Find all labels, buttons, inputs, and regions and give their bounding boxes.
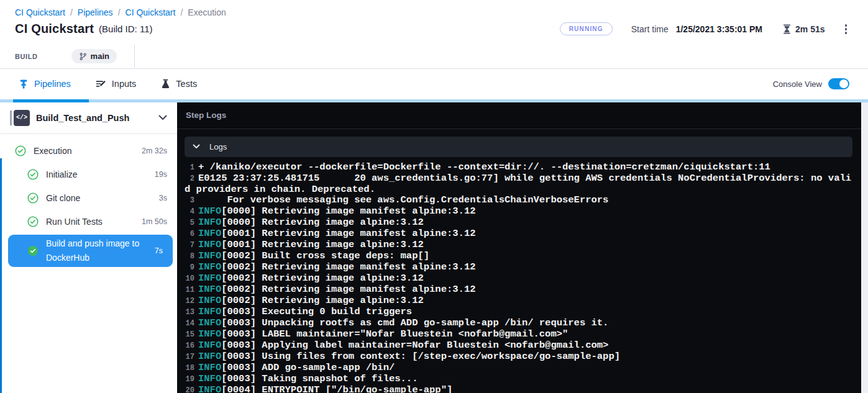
kebab-menu-icon[interactable] xyxy=(841,22,851,37)
logs-section-label: Logs xyxy=(209,142,227,151)
log-line-number: 1 xyxy=(185,163,194,173)
inputs-icon xyxy=(96,79,106,89)
log-line-text: d providers in chain. Deprecated. xyxy=(185,184,375,195)
log-line-number: 3 xyxy=(185,196,194,206)
check-circle-icon xyxy=(27,245,39,256)
log-line-text: INFO[0003] ADD go-sample-app /bin/ xyxy=(198,363,395,373)
step-label: Run Unit Tests xyxy=(46,217,103,227)
log-line-number: 8 xyxy=(185,251,194,262)
log-line-text: INFO[0001] Retrieving image manifest alp… xyxy=(198,228,476,239)
check-circle-icon xyxy=(27,169,39,180)
log-line: 16INFO[0003] Applying label maintainer=N… xyxy=(185,340,852,351)
console-view-toggle[interactable] xyxy=(828,78,849,89)
stage-header[interactable]: </> Build_Test_and_Push xyxy=(0,102,177,134)
build-id: (Build ID: 11) xyxy=(99,24,152,34)
step-logs-title: Step Logs xyxy=(177,102,861,129)
breadcrumb-link[interactable]: CI Quickstart xyxy=(126,7,176,17)
step-row-build-and-push-image-to-dockerhub[interactable]: Build and push image to DockerHub7s xyxy=(8,235,173,267)
log-line-number: 10 xyxy=(185,274,194,284)
build-row: BUILD main xyxy=(15,45,851,68)
step-duration: 1m 50s xyxy=(137,217,167,226)
log-line-text: INFO[0000] Retrieving image manifest alp… xyxy=(198,206,476,217)
log-line-number: 18 xyxy=(185,363,194,374)
breadcrumb-separator: / xyxy=(70,7,73,17)
step-row-initialize[interactable]: Initialize19s xyxy=(0,163,177,186)
check-circle-icon xyxy=(15,145,26,156)
log-line-number: 15 xyxy=(185,330,194,340)
breadcrumb-link: Execution xyxy=(188,7,226,17)
stage-name: Build_Test_and_Push xyxy=(36,113,129,123)
page-scroll-gutter[interactable] xyxy=(861,102,868,393)
step-label: Initialize xyxy=(46,169,78,179)
log-line: 7INFO[0001] Retrieving image alpine:3.12 xyxy=(185,240,852,251)
log-line-text: INFO[0002] Retrieving image alpine:3.12 xyxy=(198,296,424,306)
log-line: 5INFO[0000] Retrieving image alpine:3.12 xyxy=(185,217,852,228)
breadcrumb-separator: / xyxy=(118,7,121,17)
log-line-number: 7 xyxy=(185,240,194,251)
tab-label: Inputs xyxy=(112,79,137,89)
page-title: CI Quickstart xyxy=(15,22,94,36)
log-line-number: 16 xyxy=(185,341,194,351)
log-line-number: 2 xyxy=(185,174,194,184)
duration-text: 2m 51s xyxy=(795,24,825,34)
console-log-body: Logs 1+ /kaniko/executor --dockerfile=Do… xyxy=(177,129,861,393)
start-time-label: Start time xyxy=(631,24,669,34)
code-icon: </> xyxy=(14,110,30,126)
tab-tests[interactable]: Tests xyxy=(161,79,197,89)
git-branch-icon xyxy=(79,52,87,61)
log-line-number: 20 xyxy=(185,386,194,393)
breadcrumb: CI Quickstart/Pipelines/CI Quickstart/Ex… xyxy=(15,7,851,17)
log-line-number: 17 xyxy=(185,352,194,363)
log-line-number: 9 xyxy=(185,263,194,273)
divider xyxy=(134,45,135,68)
step-label: Build and push image to DockerHub xyxy=(46,237,144,264)
log-line: 19INFO[0003] Taking snapshot of files... xyxy=(185,374,852,385)
log-line-text: INFO[0002] Retrieving image manifest alp… xyxy=(198,284,476,295)
log-line: 14INFO[0003] Unpacking rootfs as cmd ADD… xyxy=(185,318,852,329)
log-line: 20INFO[0004] ENTRYPOINT ["/bin/go-sample… xyxy=(185,385,852,393)
chevron-down-icon[interactable] xyxy=(158,115,167,120)
log-line-continuation: d providers in chain. Deprecated. xyxy=(185,184,852,195)
tab-label: Pipelines xyxy=(34,79,71,89)
breadcrumb-link[interactable]: Pipelines xyxy=(78,7,113,17)
log-line: 6INFO[0001] Retrieving image manifest al… xyxy=(185,228,852,240)
execution-sidebar: </> Build_Test_and_Push Execution2m 32sI… xyxy=(0,102,177,393)
log-line: 8INFO[0002] Built cross stage deps: map[… xyxy=(185,251,852,262)
logs-collapse-header[interactable]: Logs xyxy=(185,137,852,157)
log-line: 18INFO[0003] ADD go-sample-app /bin/ xyxy=(185,363,852,374)
tab-pipelines[interactable]: Pipelines xyxy=(19,79,71,89)
log-line-text: INFO[0002] Built cross stage deps: map[] xyxy=(198,251,429,261)
log-line-number: 14 xyxy=(185,318,194,329)
log-line-text: INFO[0004] ENTRYPOINT ["/bin/go-sample-a… xyxy=(198,385,452,393)
build-label: BUILD xyxy=(15,53,38,60)
tab-label: Tests xyxy=(176,79,197,89)
log-line-number: 5 xyxy=(185,218,194,228)
log-line-text: INFO[0001] Retrieving image alpine:3.12 xyxy=(198,240,424,250)
branch-name: main xyxy=(91,52,109,61)
step-duration: 2m 32s xyxy=(137,147,167,155)
step-row-run-unit-tests[interactable]: Run Unit Tests1m 50s xyxy=(0,210,177,233)
log-line: 17INFO[0003] Using files from context: [… xyxy=(185,351,852,363)
duration: 2m 51s xyxy=(782,24,825,34)
console-view-label: Console View xyxy=(773,79,822,89)
step-row-git-clone[interactable]: Git clone3s xyxy=(0,186,177,210)
log-line-text: + /kaniko/executor --dockerfile=Dockerfi… xyxy=(198,162,770,173)
log-line-text: INFO[0003] Using files from context: [/s… xyxy=(198,351,620,362)
log-line-text: E0125 23:37:25.481715 20 aws_credentials… xyxy=(198,173,851,184)
check-circle-icon xyxy=(27,192,39,204)
log-line: 1+ /kaniko/executor --dockerfile=Dockerf… xyxy=(185,162,852,173)
breadcrumb-link[interactable]: CI Quickstart xyxy=(15,7,65,17)
log-line: 15INFO[0003] LABEL maintainer="Nofar Blu… xyxy=(185,329,852,340)
tab-inputs[interactable]: Inputs xyxy=(96,79,137,89)
log-line-number: 6 xyxy=(185,229,194,240)
log-line: 2E0125 23:37:25.481715 20 aws_credential… xyxy=(185,173,852,184)
log-line-text: For verbose messaging see aws.Config.Cre… xyxy=(198,195,608,206)
branch-chip: main xyxy=(71,49,117,63)
chevron-down-icon xyxy=(193,144,200,149)
log-line-text: INFO[0000] Retrieving image alpine:3.12 xyxy=(198,217,424,228)
log-line-number: 11 xyxy=(185,285,194,296)
execution-page: CI Quickstart/Pipelines/CI Quickstart/Ex… xyxy=(0,0,868,393)
step-row-execution[interactable]: Execution2m 32s xyxy=(0,139,177,163)
stage-icon-pipe xyxy=(10,111,12,125)
page-header: CI Quickstart/Pipelines/CI Quickstart/Ex… xyxy=(0,0,868,68)
